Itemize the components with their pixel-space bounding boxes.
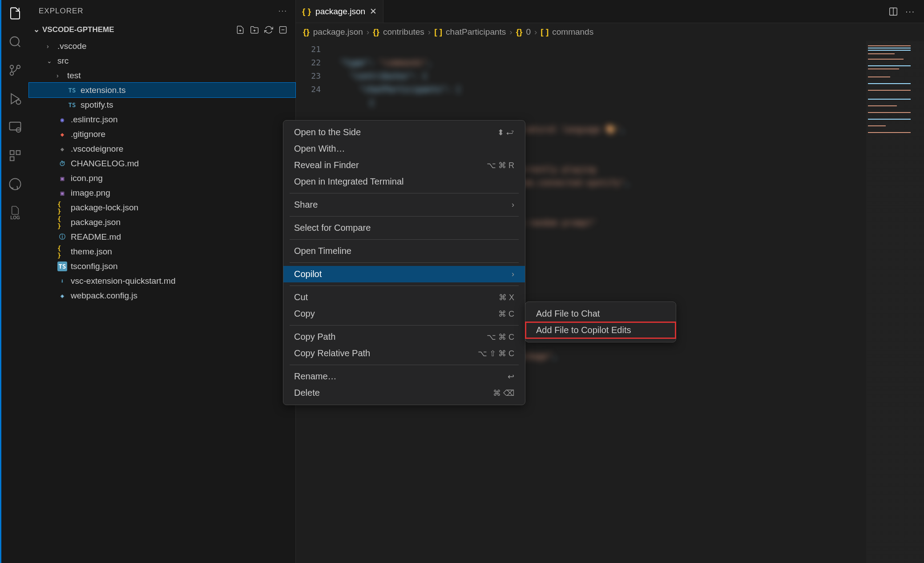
explorer-sidebar: EXPLORER ··· ⌄ VSCODE-GPTHEME ›.vscode⌄s…	[29, 0, 296, 563]
new-file-icon[interactable]	[236, 25, 245, 34]
menu-item-reveal-in-finder[interactable]: Reveal in Finder⌥ ⌘ R	[283, 157, 525, 173]
menu-item-open-timeline[interactable]: Open Timeline	[283, 243, 525, 259]
menu-separator	[290, 216, 519, 217]
menu-label: Open Timeline	[294, 246, 351, 256]
breadcrumb-item[interactable]: 0	[526, 27, 531, 37]
minimap[interactable]	[866, 41, 924, 563]
file-label: package.json	[71, 217, 121, 227]
svg-rect-10	[16, 151, 20, 155]
breadcrumb-icon: [ ]	[434, 27, 442, 37]
line-number	[296, 96, 321, 109]
tree-item-test[interactable]: ›test	[29, 68, 295, 83]
project-name: VSCODE-GPTHEME	[42, 25, 114, 34]
menu-label: Cut	[294, 292, 308, 302]
tree-item-icon-png[interactable]: ▣icon.png	[29, 171, 295, 185]
tree-item-readme-md[interactable]: ⓘREADME.md	[29, 229, 295, 244]
menu-item-open-with-[interactable]: Open With…	[283, 141, 525, 157]
context-menu: Open to the Side⬍ ⮐Open With…Reveal in F…	[283, 120, 525, 405]
log-icon[interactable]: LOG	[7, 205, 23, 221]
json-icon: { }	[302, 7, 311, 16]
menu-item-delete[interactable]: Delete⌘ ⌫	[283, 385, 525, 401]
menu-item-share[interactable]: Share›	[283, 197, 525, 213]
tree-item-webpack-config-js[interactable]: ◈webpack.config.js	[29, 288, 295, 303]
tree-item-tsconfig-json[interactable]: TStsconfig.json	[29, 259, 295, 273]
file-icon: ◆	[57, 144, 67, 154]
tree-item-extension-ts[interactable]: TSextension.ts	[29, 83, 295, 97]
explorer-header: EXPLORER ···	[29, 0, 295, 22]
file-label: icon.png	[71, 173, 103, 183]
chevron-right-icon: ›	[512, 269, 514, 279]
chevron-icon: ›	[56, 72, 64, 79]
search-icon[interactable]	[7, 34, 23, 50]
file-icon: ◉	[57, 115, 67, 125]
breadcrumbs[interactable]: {}package.json›{}contributes›[ ]chatPart…	[296, 23, 924, 41]
refresh-icon[interactable]	[264, 25, 273, 34]
tree-item-src[interactable]: ⌄src	[29, 53, 295, 68]
menu-label: Copy Path	[294, 332, 335, 342]
new-folder-icon[interactable]	[250, 25, 259, 34]
breadcrumb-item[interactable]: commands	[552, 27, 593, 37]
tree-item-vsc-extension-quickstart-md[interactable]: ⬇vsc-extension-quickstart.md	[29, 273, 295, 288]
svg-marker-5	[11, 94, 19, 104]
breadcrumb-item[interactable]: package.json	[313, 27, 363, 37]
menu-label: Rename…	[294, 371, 337, 382]
submenu-item-add-file-to-copilot-edits[interactable]: Add File to Copilot Edits	[525, 322, 676, 338]
remote-icon[interactable]	[7, 119, 23, 135]
menu-item-copilot[interactable]: Copilot›	[283, 266, 525, 282]
tree-item-image-png[interactable]: ▣image.png	[29, 185, 295, 200]
file-label: .eslintrc.json	[71, 115, 118, 125]
file-label: tsconfig.json	[71, 261, 118, 271]
file-label: CHANGELOG.md	[71, 159, 139, 169]
file-icon: ⓘ	[57, 232, 67, 242]
menu-label: Select for Compare	[294, 223, 371, 233]
tree-item--vscodeignore[interactable]: ◆.vscodeignore	[29, 141, 295, 156]
collapse-icon[interactable]	[278, 25, 287, 34]
copilot-submenu: Add File to ChatAdd File to Copilot Edit…	[525, 302, 676, 342]
breadcrumb-icon: [ ]	[541, 27, 549, 37]
tree-item--eslintrc-json[interactable]: ◉.eslintrc.json	[29, 112, 295, 127]
menu-separator	[290, 193, 519, 193]
breadcrumb-item[interactable]: contributes	[383, 27, 424, 37]
shortcut: ⌘ ⌫	[493, 388, 514, 398]
menu-item-copy-relative-path[interactable]: Copy Relative Path⌥ ⇧ ⌘ C	[283, 345, 525, 362]
tree-item-theme-json[interactable]: { }theme.json	[29, 244, 295, 259]
file-label: vsc-extension-quickstart.md	[71, 276, 175, 286]
tab-package-json[interactable]: { } package.json ✕	[296, 0, 383, 23]
line-number: 24	[296, 83, 321, 96]
menu-item-cut[interactable]: Cut⌘ X	[283, 289, 525, 306]
tree-item-changelog-md[interactable]: ⏱CHANGELOG.md	[29, 156, 295, 171]
github-icon[interactable]	[7, 176, 23, 192]
close-icon[interactable]: ✕	[370, 6, 377, 16]
tree-item-package-lock-json[interactable]: { }package-lock.json	[29, 200, 295, 215]
source-control-icon[interactable]	[7, 62, 23, 78]
menu-item-open-in-integrated-terminal[interactable]: Open in Integrated Terminal	[283, 173, 525, 190]
menu-item-copy[interactable]: Copy⌘ C	[283, 306, 525, 322]
menu-item-select-for-compare[interactable]: Select for Compare	[283, 220, 525, 236]
tree-item-spotify-ts[interactable]: TSspotify.ts	[29, 97, 295, 112]
menu-label: Add File to Chat	[536, 309, 600, 319]
menu-separator	[290, 262, 519, 263]
breadcrumb-item[interactable]: chatParticipants	[446, 27, 506, 37]
tree-item--vscode[interactable]: ›.vscode	[29, 39, 295, 53]
run-debug-icon[interactable]	[7, 91, 23, 107]
extensions-icon[interactable]	[7, 148, 23, 164]
chevron-icon: ⌄	[47, 57, 54, 64]
file-label: package-lock.json	[71, 203, 138, 213]
file-label: spotify.ts	[81, 100, 113, 110]
explorer-icon[interactable]	[7, 5, 23, 21]
more-icon[interactable]: ···	[278, 7, 287, 16]
svg-rect-11	[10, 157, 14, 161]
svg-point-2	[17, 65, 20, 69]
shortcut: ⌘ C	[498, 309, 514, 319]
menu-separator	[290, 239, 519, 240]
tree-item-package-json[interactable]: { }package.json	[29, 215, 295, 229]
tree-item--gitignore[interactable]: ◆.gitignore	[29, 127, 295, 141]
menu-item-copy-path[interactable]: Copy Path⌥ ⌘ C	[283, 329, 525, 345]
project-section-header[interactable]: ⌄ VSCODE-GPTHEME	[29, 22, 295, 37]
submenu-item-add-file-to-chat[interactable]: Add File to Chat	[525, 306, 676, 322]
split-editor-icon[interactable]	[888, 7, 898, 16]
menu-item-rename-[interactable]: Rename…↩	[283, 368, 525, 385]
menu-item-open-to-the-side[interactable]: Open to the Side⬍ ⮐	[283, 124, 525, 141]
line-number: 21	[296, 43, 321, 56]
more-icon[interactable]: ···	[905, 7, 915, 16]
